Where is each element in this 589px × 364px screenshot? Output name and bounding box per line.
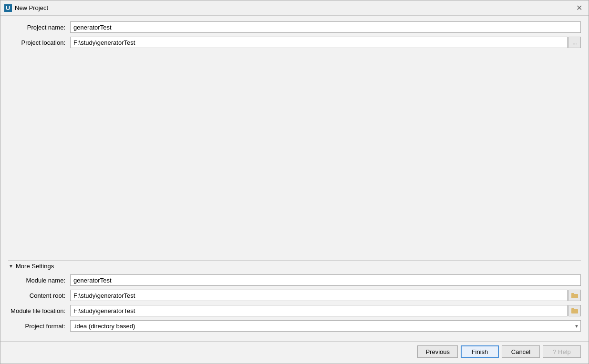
module-file-location-input[interactable] [70, 305, 568, 316]
module-file-location-input-wrapper [70, 305, 581, 316]
project-location-row: Project location: ... [8, 37, 581, 48]
button-row: Previous Finish Cancel ? Help [0, 341, 589, 364]
module-file-location-browse-button[interactable] [568, 305, 581, 316]
project-location-input-wrapper: ... [70, 37, 581, 48]
project-name-row: Project name: [8, 21, 581, 33]
content-root-browse-button[interactable] [568, 290, 581, 301]
svg-rect-5 [571, 308, 574, 310]
finish-button[interactable]: Finish [461, 345, 499, 358]
module-name-input[interactable] [70, 274, 581, 286]
more-settings-label: More Settings [16, 263, 54, 270]
project-name-input-wrapper [70, 21, 581, 33]
help-button[interactable]: ? Help [543, 345, 581, 358]
project-name-label: Project name: [8, 24, 70, 31]
content-spacer [8, 52, 581, 260]
more-settings-arrow: ▼ [8, 263, 14, 269]
content-root-row: Content root: [8, 290, 581, 301]
cancel-button[interactable]: Cancel [502, 345, 540, 358]
svg-rect-3 [571, 293, 574, 294]
module-name-input-wrapper [70, 274, 581, 286]
new-project-dialog: U New Project ✕ Project name: Project lo… [0, 0, 589, 364]
project-location-input[interactable] [70, 37, 568, 48]
more-settings-section: ▼ More Settings Module name: Content roo… [8, 260, 581, 335]
dialog-title: New Project [15, 4, 573, 11]
project-format-label: Project format: [8, 323, 70, 330]
previous-button[interactable]: Previous [417, 345, 458, 358]
dialog-content: Project name: Project location: ... ▼ Mo… [0, 16, 589, 341]
title-bar: U New Project ✕ [0, 0, 589, 16]
svg-text:U: U [6, 5, 10, 11]
content-root-label: Content root: [8, 292, 70, 299]
close-button[interactable]: ✕ [573, 2, 585, 14]
more-settings-header[interactable]: ▼ More Settings [8, 260, 581, 272]
module-name-row: Module name: [8, 274, 581, 286]
module-file-location-row: Module file location: [8, 305, 581, 316]
content-root-input[interactable] [70, 290, 568, 301]
project-name-input[interactable] [70, 21, 581, 33]
svg-rect-2 [571, 294, 578, 298]
module-name-label: Module name: [8, 277, 70, 284]
project-format-row: Project format: .idea (directory based) … [8, 320, 581, 332]
project-format-dropdown-wrapper: .idea (directory based) ▼ [70, 320, 581, 332]
module-file-location-label: Module file location: [8, 307, 70, 314]
project-location-browse-button[interactable]: ... [568, 37, 581, 48]
project-location-label: Project location: [8, 39, 70, 46]
svg-rect-4 [571, 309, 578, 313]
app-icon: U [4, 4, 12, 12]
project-format-dropdown[interactable]: .idea (directory based) [70, 320, 581, 332]
content-root-input-wrapper [70, 290, 581, 301]
